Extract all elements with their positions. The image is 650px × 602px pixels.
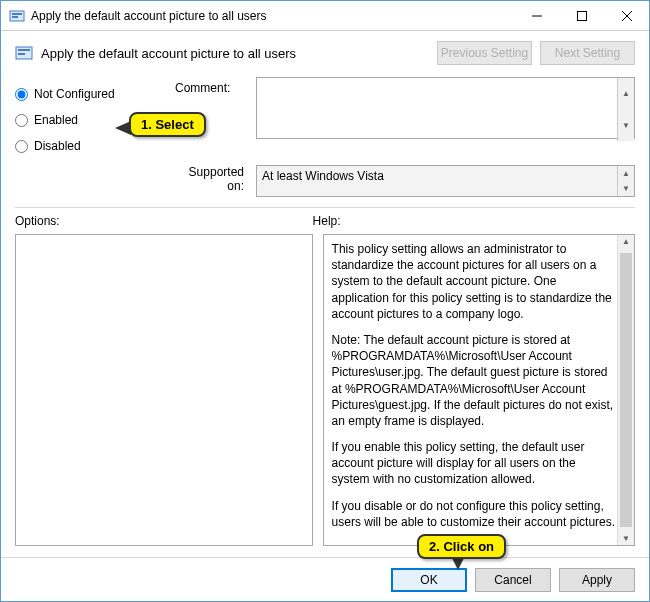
comment-label: Comment: bbox=[175, 81, 250, 95]
maximize-button[interactable] bbox=[559, 1, 604, 30]
scroll-down-icon[interactable]: ▼ bbox=[617, 110, 634, 142]
help-paragraph: If you enable this policy setting, the d… bbox=[332, 439, 616, 488]
radio-not-configured[interactable]: Not Configured bbox=[15, 81, 175, 107]
close-button[interactable] bbox=[604, 1, 649, 30]
cancel-button[interactable]: Cancel bbox=[475, 568, 551, 592]
header-row: Apply the default account picture to all… bbox=[1, 31, 649, 69]
policy-name-label: Apply the default account picture to all… bbox=[41, 46, 296, 61]
help-paragraph: If you disable or do not configure this … bbox=[332, 498, 616, 530]
annotation-select: 1. Select bbox=[129, 112, 206, 137]
svg-rect-2 bbox=[12, 16, 18, 18]
policy-large-icon bbox=[15, 44, 33, 62]
previous-setting-button[interactable]: Previous Setting bbox=[437, 41, 532, 65]
help-paragraph: This policy setting allows an administra… bbox=[332, 241, 616, 322]
svg-rect-8 bbox=[18, 49, 30, 51]
scroll-up-icon[interactable]: ▲ bbox=[617, 78, 634, 110]
titlebar: Apply the default account picture to all… bbox=[1, 1, 649, 31]
scroll-up-icon[interactable]: ▲ bbox=[617, 166, 634, 181]
ok-button[interactable]: OK bbox=[391, 568, 467, 592]
help-heading: Help: bbox=[313, 214, 635, 228]
svg-rect-9 bbox=[18, 53, 25, 55]
dialog-footer: OK Cancel Apply bbox=[1, 557, 649, 601]
svg-rect-1 bbox=[12, 13, 22, 15]
window-title: Apply the default account picture to all… bbox=[31, 9, 266, 23]
comment-textarea[interactable] bbox=[256, 77, 635, 139]
apply-button[interactable]: Apply bbox=[559, 568, 635, 592]
radio-label: Enabled bbox=[34, 113, 78, 127]
policy-icon bbox=[9, 8, 25, 24]
svg-rect-4 bbox=[577, 11, 586, 20]
supported-on-label: Supported on: bbox=[175, 165, 250, 193]
supported-on-value: At least Windows Vista bbox=[256, 165, 635, 197]
options-panel bbox=[15, 234, 313, 546]
minimize-button[interactable] bbox=[514, 1, 559, 30]
annotation-clickon: 2. Click on bbox=[417, 534, 506, 559]
scroll-down-icon[interactable]: ▼ bbox=[617, 181, 634, 196]
radio-label: Not Configured bbox=[34, 87, 115, 101]
help-panel: This policy setting allows an administra… bbox=[323, 234, 635, 546]
help-scrollbar[interactable]: ▲ ▼ bbox=[617, 235, 634, 545]
help-paragraph: Note: The default account picture is sto… bbox=[332, 332, 616, 429]
radio-label: Disabled bbox=[34, 139, 81, 153]
options-heading: Options: bbox=[15, 214, 313, 228]
next-setting-button[interactable]: Next Setting bbox=[540, 41, 635, 65]
scrollbar-thumb[interactable] bbox=[620, 253, 632, 527]
